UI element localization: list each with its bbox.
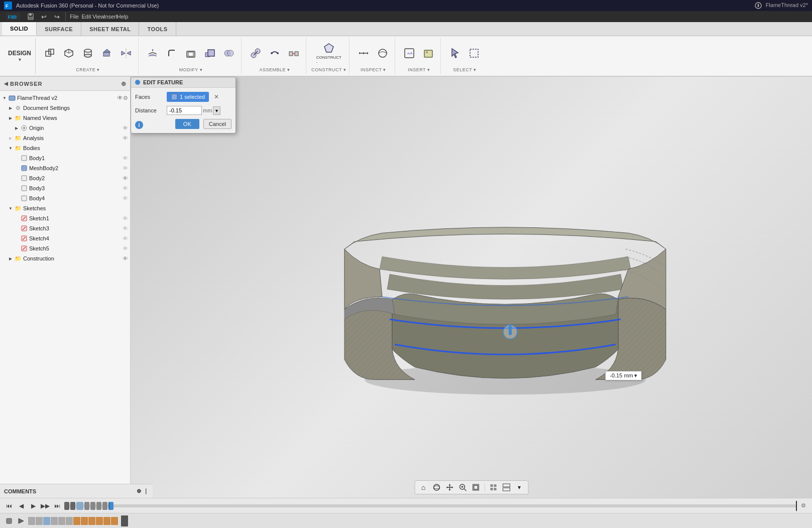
tl-m10[interactable] bbox=[96, 517, 103, 525]
tree-item-analysis[interactable]: ▶ 📁 Analysis 👁 bbox=[0, 133, 130, 143]
3d-model[interactable] bbox=[314, 149, 696, 401]
eye-sketch1[interactable]: 👁 bbox=[123, 215, 128, 221]
menu-insert[interactable]: Insert bbox=[105, 11, 116, 22]
zebra-analysis-button[interactable] bbox=[374, 40, 392, 66]
box-select-button[interactable] bbox=[465, 40, 483, 66]
tree-item-sketches[interactable]: ▼ 📁 Sketches bbox=[0, 203, 130, 213]
tl-m8[interactable] bbox=[81, 517, 88, 525]
tree-item-body4[interactable]: Body4 👁 bbox=[0, 193, 130, 203]
tl-m6[interactable] bbox=[66, 517, 73, 525]
tab-surface[interactable]: SURFACE bbox=[37, 22, 81, 36]
measure-button[interactable] bbox=[355, 40, 373, 66]
fillet-button[interactable] bbox=[163, 40, 181, 66]
timeline-settings[interactable]: ⚙ bbox=[799, 501, 808, 510]
marker-btn-1[interactable] bbox=[4, 516, 14, 526]
tree-item-meshbody2[interactable]: MeshBody2 👁 bbox=[0, 163, 130, 173]
eye-body2[interactable]: 👁 bbox=[123, 175, 128, 181]
tl-m3[interactable] bbox=[43, 517, 50, 525]
box-button[interactable] bbox=[60, 40, 78, 66]
timeline-marker-mesh[interactable] bbox=[76, 502, 83, 510]
tl-current-pos[interactable] bbox=[121, 515, 128, 526]
menu-view[interactable]: View bbox=[93, 11, 104, 22]
design-mode-button[interactable]: DESIGN ▾ bbox=[4, 38, 36, 74]
tree-item-body3[interactable]: Body3 👁 bbox=[0, 183, 130, 193]
eye-origin[interactable]: 👁 bbox=[123, 125, 128, 131]
insert-canvas-button[interactable] bbox=[400, 40, 418, 66]
ok-button[interactable]: OK bbox=[175, 119, 199, 129]
menu-help[interactable]: Help bbox=[117, 11, 128, 22]
combine-button[interactable] bbox=[220, 40, 238, 66]
zoom-fit-button[interactable] bbox=[470, 482, 481, 493]
marker-btn-2[interactable] bbox=[16, 516, 26, 526]
timeline-marker-current[interactable] bbox=[108, 502, 113, 510]
cylinder-button[interactable] bbox=[79, 40, 97, 66]
tree-item-construction[interactable]: ▶ 📁 Construction 👁 bbox=[0, 253, 130, 263]
orbit-button[interactable] bbox=[431, 482, 442, 493]
timeline-first-button[interactable]: ⏮ bbox=[4, 501, 14, 511]
faces-selected-button[interactable]: 1 selected bbox=[167, 92, 209, 102]
dim-dropdown-icon[interactable]: ▾ bbox=[634, 372, 637, 379]
pan-button[interactable] bbox=[444, 482, 455, 493]
tl-m2[interactable] bbox=[36, 517, 43, 525]
distance-field[interactable] bbox=[167, 106, 202, 115]
redo-button[interactable]: ↪ bbox=[51, 11, 62, 22]
save-button[interactable] bbox=[25, 11, 36, 22]
scale-button[interactable] bbox=[201, 40, 219, 66]
timeline-marker-5[interactable] bbox=[96, 502, 101, 510]
timeline-marker-6[interactable] bbox=[102, 502, 107, 510]
tree-item-origin[interactable]: ▶ Origin 👁 bbox=[0, 123, 130, 133]
eye-sketch5[interactable]: 👁 bbox=[123, 245, 128, 251]
cancel-button[interactable]: Cancel bbox=[203, 119, 231, 129]
view-layout-button[interactable] bbox=[501, 482, 512, 493]
zoom-button[interactable] bbox=[457, 482, 468, 493]
tab-tools[interactable]: TOOLS bbox=[139, 22, 176, 36]
tl-m12[interactable] bbox=[111, 517, 118, 525]
mirror-button[interactable] bbox=[117, 40, 135, 66]
undo-button[interactable]: ↩ bbox=[38, 11, 49, 22]
construct-main-button[interactable]: CONSTRUCT - bbox=[316, 40, 342, 66]
shell-button[interactable] bbox=[182, 40, 200, 66]
eye-construction[interactable]: 👁 bbox=[123, 255, 128, 261]
info-icon[interactable]: i bbox=[135, 121, 143, 129]
tl-m9[interactable] bbox=[88, 517, 95, 525]
browser-collapse-icon[interactable]: ⊕ bbox=[121, 80, 126, 87]
more-view-options[interactable]: ▾ bbox=[514, 482, 525, 493]
extrude-button[interactable] bbox=[98, 40, 116, 66]
tab-sheet-metal[interactable]: SHEET METAL bbox=[81, 22, 139, 36]
menu-edit[interactable]: Edit bbox=[81, 11, 92, 22]
tl-m4[interactable] bbox=[51, 517, 58, 525]
tree-item-bodies[interactable]: ▼ 📁 Bodies bbox=[0, 143, 130, 153]
eye-body1[interactable]: 👁 bbox=[123, 155, 128, 161]
timeline-next-button[interactable]: ▶▶ bbox=[40, 501, 50, 511]
eye-sketch4[interactable]: 👁 bbox=[123, 235, 128, 241]
tree-item-body1[interactable]: Body1 👁 bbox=[0, 153, 130, 163]
timeline-marker-4[interactable] bbox=[90, 502, 95, 510]
settings-root[interactable]: ⚙ bbox=[123, 95, 128, 101]
tl-m7[interactable] bbox=[73, 517, 80, 525]
eye-analysis[interactable]: 👁 bbox=[123, 135, 128, 141]
press-pull-button[interactable] bbox=[144, 40, 162, 66]
tree-item-body2[interactable]: Body2 👁 bbox=[0, 173, 130, 183]
menu-file[interactable]: File bbox=[69, 11, 80, 22]
tab-solid[interactable]: SOLID bbox=[2, 22, 37, 36]
timeline-last-button[interactable]: ⏭ bbox=[52, 501, 62, 511]
eye-body3[interactable]: 👁 bbox=[123, 185, 128, 191]
tree-item-sketch4[interactable]: Sketch4 👁 bbox=[0, 233, 130, 243]
comments-icon[interactable]: ⊕ bbox=[137, 488, 141, 494]
enable-contact-button[interactable] bbox=[285, 40, 303, 66]
tree-item-named-views[interactable]: ▶ 📁 Named Views bbox=[0, 113, 130, 123]
select-button[interactable] bbox=[446, 40, 464, 66]
eye-body4[interactable]: 👁 bbox=[123, 195, 128, 201]
distance-dropdown-button[interactable]: ▾ bbox=[213, 106, 220, 115]
motion-link-button[interactable] bbox=[266, 40, 284, 66]
eye-root[interactable]: 👁 bbox=[117, 94, 123, 101]
view-home-button[interactable]: ⌂ bbox=[418, 482, 429, 493]
tl-m5[interactable] bbox=[58, 517, 65, 525]
comments-collapse-icon[interactable]: ｜ bbox=[143, 487, 149, 495]
display-mode-button[interactable] bbox=[488, 482, 499, 493]
tree-item-sketch5[interactable]: Sketch5 👁 bbox=[0, 243, 130, 253]
viewport[interactable]: EDIT FEATURE Faces 1 selected ✕ Distance bbox=[131, 77, 812, 498]
new-component-button[interactable] bbox=[41, 40, 59, 66]
tree-item-sketch3[interactable]: Sketch3 👁 bbox=[0, 223, 130, 233]
tree-item-doc-settings[interactable]: ▶ ⚙ Document Settings bbox=[0, 103, 130, 113]
